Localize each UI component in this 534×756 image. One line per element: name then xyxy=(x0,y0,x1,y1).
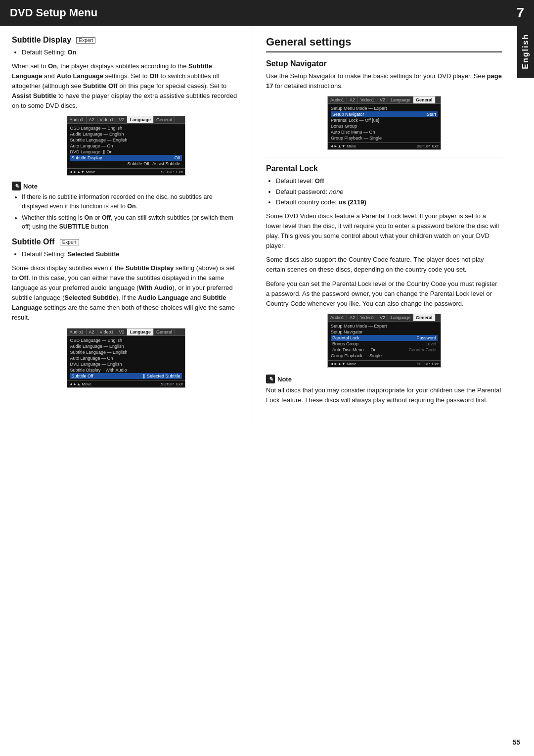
general-settings-heading: General settings xyxy=(266,36,502,52)
subtitle-display-default: Default Setting: On xyxy=(12,47,240,57)
note-box-1: ✎ Note If there is no subtitle informati… xyxy=(12,182,240,232)
setup-navigator-body: Use the Setup Navigator to make the basi… xyxy=(266,71,502,91)
menu-screenshot-2: Audio1 A2 Video1 V2 Language General OSD… xyxy=(67,328,185,388)
expert-badge-subtitle-display: Expert xyxy=(76,37,95,44)
subtitle-off-default: Default Setting: Selected Subtitle xyxy=(12,249,240,259)
parental-lock-body2: Some discs also support the Country Code… xyxy=(266,255,502,275)
subtitle-off-section: Subtitle Off Expert Default Setting: Sel… xyxy=(12,237,240,387)
subtitle-display-heading: Subtitle Display Expert xyxy=(12,36,240,45)
expert-badge-subtitle-off: Expert xyxy=(60,239,79,245)
parental-lock-body1: Some DVD Video discs feature a Parental … xyxy=(266,211,502,251)
header-bar: DVD Setup Menu 7 xyxy=(0,0,534,26)
subtitle-display-section: Subtitle Display Expert Default Setting:… xyxy=(12,36,240,176)
subtitle-display-body: When set to On, the player displays subt… xyxy=(12,61,240,111)
left-column: Subtitle Display Expert Default Setting:… xyxy=(0,26,252,421)
menu-screenshot-right-1: Audio1 A2 Video1 V2 Language General Set… xyxy=(327,96,441,150)
menu-tabs-1: Audio1 A2 Video1 V2 Language General xyxy=(67,116,185,124)
page-number: 55 xyxy=(512,738,520,746)
setup-navigator-heading: Setup Navigator xyxy=(266,59,502,68)
note-box-2: ✎ Note Not all discs that you may consid… xyxy=(266,375,502,405)
page-chapter-number: 7 xyxy=(516,5,524,21)
parental-lock-body3: Before you can set the Parental Lock lev… xyxy=(266,279,502,309)
parental-lock-heading: Parental Lock xyxy=(266,164,502,173)
menu-screenshot-1: Audio1 A2 Video1 V2 Language General OSD… xyxy=(67,116,185,176)
divider-1 xyxy=(266,157,502,157)
parental-lock-defaults: Default level: Off Default password: non… xyxy=(266,176,502,207)
setup-navigator-section: Setup Navigator Use the Setup Navigator … xyxy=(266,59,502,150)
subtitle-off-body: Some discs display subtitles even if the… xyxy=(12,263,240,323)
right-column: General settings Setup Navigator Use the… xyxy=(252,26,514,421)
note-icon-1: ✎ xyxy=(12,182,21,190)
language-tab: English xyxy=(517,25,534,78)
main-layout: Subtitle Display Expert Default Setting:… xyxy=(0,26,534,421)
page-title: DVD Setup Menu xyxy=(10,6,97,19)
menu-screenshot-right-2: Audio1 A2 Video1 V2 Language General Set… xyxy=(327,314,441,368)
parental-lock-section: Parental Lock Default level: Off Default… xyxy=(266,164,502,405)
note-list-1: If there is no subtitle information reco… xyxy=(12,192,240,232)
note-icon-2: ✎ xyxy=(266,375,275,383)
subtitle-off-heading: Subtitle Off Expert xyxy=(12,237,240,246)
note2-body: Not all discs that you may consider inap… xyxy=(266,385,502,405)
menu-tabs-2: Audio1 A2 Video1 V2 Language General xyxy=(67,329,185,336)
